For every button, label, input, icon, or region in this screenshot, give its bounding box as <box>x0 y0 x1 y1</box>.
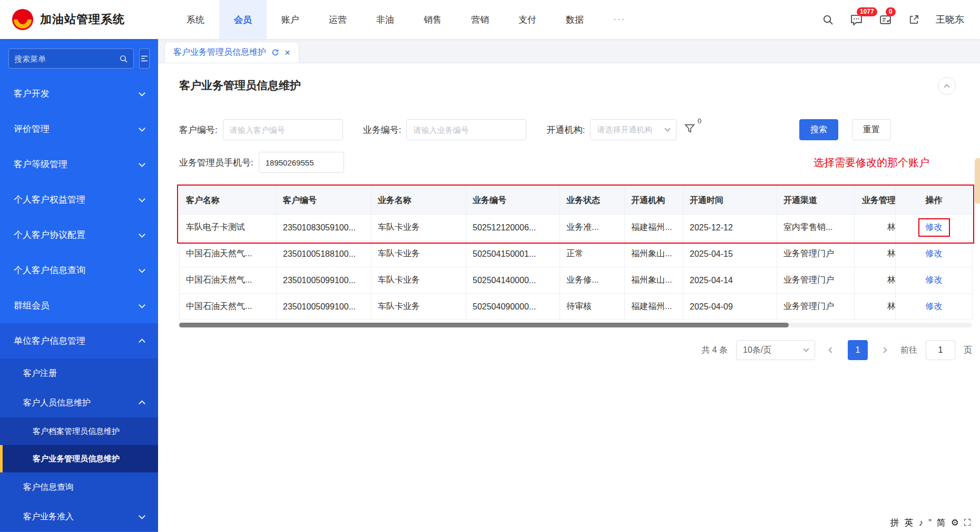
sidebar-collapse-button[interactable] <box>139 49 150 69</box>
table-cell: 福建福州... <box>625 215 683 241</box>
sidebar-item-business-admin-maintain[interactable]: 客户业务管理员信息维护 <box>0 445 158 472</box>
tab-business-admin-maintain[interactable]: 客户业务管理员信息维护 × <box>164 42 299 63</box>
org-select-placeholder: 请选择开通机构 <box>597 125 652 135</box>
close-tab-icon[interactable]: × <box>285 47 290 57</box>
sidebar-item-label: 客户开发 <box>14 88 50 100</box>
table-cell: 2025-12-12 <box>683 215 777 241</box>
modify-link[interactable]: 修改 <box>918 218 950 237</box>
horizontal-scrollbar-thumb[interactable] <box>179 323 789 327</box>
sidebar-item-evaluation[interactable]: 评价管理 <box>0 111 158 147</box>
fullscreen-icon[interactable] <box>908 14 920 26</box>
customer-no-input[interactable] <box>223 119 343 140</box>
nav-item-account[interactable]: 账户 <box>267 0 314 39</box>
sidebar-item-customer-business-access[interactable]: 客户业务准入 <box>0 502 158 531</box>
chevron-down-icon <box>139 512 145 519</box>
goto-label: 前往 <box>900 345 917 356</box>
nav-item-system[interactable]: 系统 <box>172 0 219 39</box>
collapse-panel-button[interactable] <box>938 77 956 95</box>
table-cell: 502504090000... <box>466 294 560 320</box>
chevron-up-icon <box>944 84 949 90</box>
table-cell-action: 修改 <box>896 241 973 267</box>
user-name[interactable]: 王晓东 <box>936 13 964 26</box>
page-unit-label: 页 <box>964 345 972 356</box>
sidebar-item-customer-development[interactable]: 客户开发 <box>0 76 158 111</box>
modify-link[interactable]: 修改 <box>926 249 943 258</box>
messages-icon[interactable]: 1077 <box>850 13 863 26</box>
nav-item-operation[interactable]: 运营 <box>314 0 361 39</box>
task-count-badge: 0 <box>886 7 896 16</box>
table-cell: 2025-04-14 <box>683 267 777 294</box>
right-edge-handle[interactable] <box>975 158 980 204</box>
next-page-button[interactable] <box>876 340 892 360</box>
sidebar-item-group-member[interactable]: 群组会员 <box>0 288 158 323</box>
ime-pinyin-icon[interactable]: 拼 <box>890 517 899 529</box>
topbar-right: 1077 0 王晓东 <box>822 13 980 26</box>
tasks-icon[interactable]: 0 <box>879 13 892 26</box>
table-cell: 23501005099100... <box>277 267 371 294</box>
ime-simplified-icon[interactable]: 简 <box>937 517 946 529</box>
table-cell: 正常 <box>560 241 625 267</box>
nav-item-marketing[interactable]: 营销 <box>456 0 504 39</box>
sidebar-item-label: 客户业务准入 <box>23 511 74 523</box>
page-size-value: 10条/页 <box>743 345 771 356</box>
app-header: 加油站管理系统 系统 会员 账户 运营 非油 销售 营销 支付 数据 ··· 1… <box>0 0 980 39</box>
column-header: 业务管理 <box>855 187 896 215</box>
chevron-down-icon <box>139 90 145 96</box>
sidebar-item-customer-level[interactable]: 客户等级管理 <box>0 147 158 182</box>
table-cell: 福建福州... <box>625 294 683 320</box>
filter-funnel-icon[interactable]: 0 <box>684 123 695 137</box>
prev-page-button[interactable] <box>824 340 839 360</box>
sidebar-item-label: 群组会员 <box>14 299 50 312</box>
modify-link[interactable]: 修改 <box>926 275 943 284</box>
refresh-icon[interactable] <box>271 49 279 56</box>
menu-search-field[interactable] <box>14 54 119 63</box>
chevron-up-icon <box>139 400 145 407</box>
brand: 加油站管理系统 <box>0 8 158 31</box>
table-cell-action: 修改 <box>896 294 973 320</box>
nav-item-member[interactable]: 会员 <box>219 0 267 39</box>
page-body: 客户开发 评价管理 客户等级管理 个人客户权益管理 个人客户协议配置 个人客户信… <box>0 39 980 532</box>
business-no-input[interactable] <box>406 119 526 140</box>
chevron-down-icon <box>139 302 145 308</box>
column-header: 操作 <box>896 187 973 215</box>
chevron-down-icon <box>139 160 145 167</box>
horizontal-scrollbar[interactable] <box>179 323 972 327</box>
sidebar-item-unit-customer-info[interactable]: 单位客户信息管理 <box>0 323 158 359</box>
sidebar-item-archive-admin-maintain[interactable]: 客户档案管理员信息维护 <box>0 418 158 445</box>
sidebar-item-customer-register[interactable]: 客户注册 <box>0 359 158 388</box>
table-cell: 2025-04-15 <box>683 241 777 267</box>
page-1-button[interactable]: 1 <box>848 340 868 360</box>
filter-count-badge: 0 <box>698 117 701 125</box>
chevron-right-icon <box>881 347 887 353</box>
reset-button[interactable]: 重置 <box>852 119 891 140</box>
modify-link[interactable]: 修改 <box>926 302 943 311</box>
sidebar-item-personal-rights[interactable]: 个人客户权益管理 <box>0 182 158 217</box>
nav-item-data[interactable]: 数据 <box>551 0 599 39</box>
goto-page-input[interactable] <box>926 340 955 360</box>
org-select[interactable]: 请选择开通机构 <box>590 119 677 140</box>
table-zone: 客户名称客户编号业务名称业务编号业务状态开通机构开通时间开通渠道业务管理操作 车… <box>179 187 972 320</box>
org-group: 开通机构: 请选择开通机构 <box>546 119 677 140</box>
sidebar-item-label: 单位客户信息管理 <box>14 335 85 347</box>
sidebar-item-customer-personnel[interactable]: 客户人员信息维护 <box>0 388 158 418</box>
ime-settings-icon[interactable]: ⚙ <box>951 517 959 528</box>
ime-tone-icon[interactable]: ♪ <box>919 518 924 528</box>
sidebar-item-customer-info-query[interactable]: 客户信息查询 <box>0 472 158 502</box>
ime-fullscreen-icon[interactable]: ⛶ <box>964 518 971 528</box>
table-cell: 中国石油天然气... <box>180 267 277 294</box>
search-button[interactable]: 搜索 <box>799 119 838 140</box>
phone-input[interactable] <box>259 152 344 173</box>
sidebar-item-personal-info-query[interactable]: 个人客户信息查询 <box>0 253 158 288</box>
sidebar-item-personal-agreement[interactable]: 个人客户协议配置 <box>0 217 158 253</box>
nav-item-payment[interactable]: 支付 <box>504 0 551 39</box>
ime-punctuation-icon[interactable]: ” <box>928 518 932 528</box>
ime-english-icon[interactable]: 英 <box>905 517 914 529</box>
global-search-icon[interactable] <box>822 14 834 26</box>
red-annotation-text: 选择需要修改的那个账户 <box>814 156 929 170</box>
page-size-select[interactable]: 10条/页 <box>736 340 815 360</box>
nav-item-nonoil[interactable]: 非油 <box>361 0 409 39</box>
sidebar-search-input[interactable] <box>8 49 134 69</box>
sidebar-item-label: 客户注册 <box>23 368 57 379</box>
nav-more-button[interactable]: ··· <box>599 0 640 39</box>
nav-item-sales[interactable]: 销售 <box>409 0 456 39</box>
